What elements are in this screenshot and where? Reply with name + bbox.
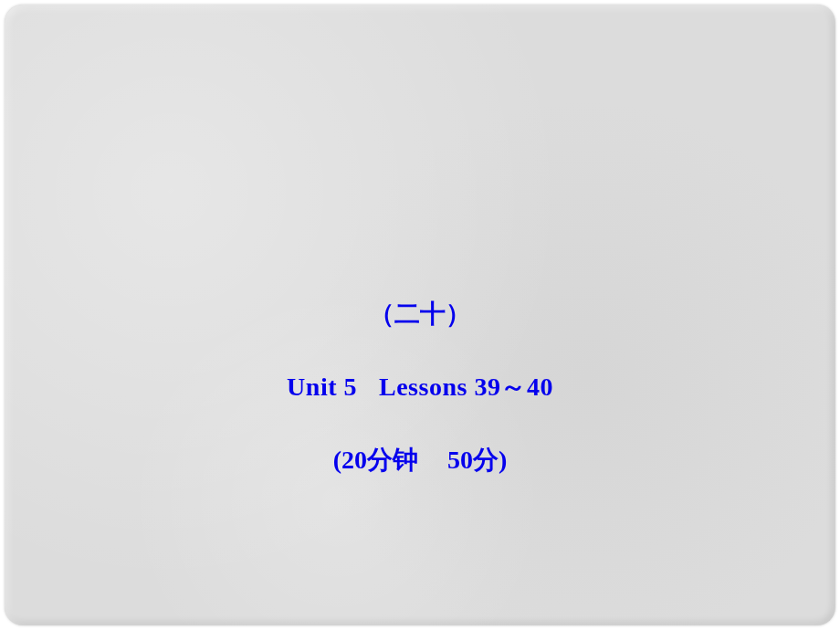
score-label: 50分) (447, 446, 507, 474)
duration-label: (20分钟 (333, 446, 418, 474)
unit-lessons: Unit 5Lessons 39～40 (287, 370, 553, 404)
duration-score: (20分钟50分) (333, 443, 508, 478)
lesson-number: （二十） (369, 297, 471, 331)
unit-label: Unit 5 (287, 373, 357, 401)
lessons-range: Lessons 39～40 (379, 373, 553, 401)
slide-container: （二十） Unit 5Lessons 39～40 (20分钟50分) (5, 5, 835, 625)
